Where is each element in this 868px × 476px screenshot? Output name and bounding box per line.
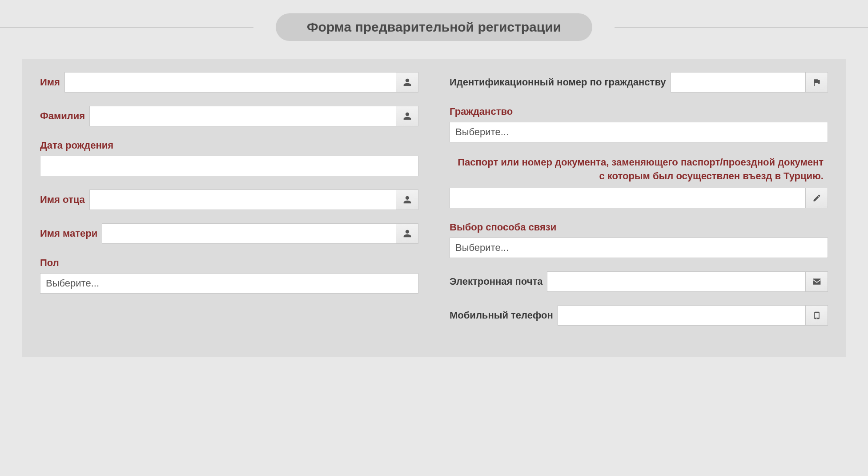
header-line-right — [615, 27, 868, 28]
user-icon — [396, 106, 418, 126]
header-row: Форма предварительной регистрации — [0, 13, 868, 41]
passport-input[interactable] — [450, 188, 806, 208]
gender-select-value: Выберите... — [46, 278, 99, 289]
label-name: Имя — [40, 77, 60, 88]
field-mother: Имя матери — [40, 223, 418, 244]
user-icon — [396, 223, 418, 244]
label-passport: Паспорт или номер документа, заменяющего… — [450, 156, 824, 183]
contact-method-select-value: Выберите... — [455, 242, 509, 254]
header-line-left — [0, 27, 253, 28]
field-passport: Паспорт или номер документа, заменяющего… — [450, 156, 828, 208]
birthdate-input[interactable] — [40, 156, 418, 176]
phone-input[interactable] — [558, 305, 806, 326]
label-father: Имя отца — [40, 194, 85, 206]
label-email: Электронная почта — [450, 276, 542, 287]
field-email: Электронная почта — [450, 271, 828, 292]
field-phone: Мобильный телефон — [450, 305, 828, 326]
label-surname: Фамилия — [40, 110, 85, 122]
form-left-column: Имя Фамилия — [40, 72, 418, 339]
pencil-icon — [806, 188, 828, 208]
citizenship-select-value: Выберите... — [455, 126, 509, 138]
field-gender: Пол Выберите... — [40, 257, 418, 294]
label-contact-method: Выбор способа связи — [450, 222, 824, 233]
field-birthdate: Дата рождения — [40, 140, 418, 176]
field-contact-method: Выбор способа связи Выберите... — [450, 222, 828, 258]
idnumber-input[interactable] — [671, 72, 806, 93]
citizenship-select[interactable]: Выберите... — [450, 122, 828, 142]
form-right-column: Идентификационный номер по гражданству Г… — [450, 72, 828, 339]
form-panel: Имя Фамилия — [22, 59, 846, 357]
field-citizenship: Гражданство Выберите... — [450, 106, 828, 142]
flag-icon — [806, 72, 828, 93]
label-gender: Пол — [40, 257, 414, 269]
label-phone: Мобильный телефон — [450, 310, 553, 321]
father-input[interactable] — [89, 190, 396, 210]
surname-input[interactable] — [89, 106, 396, 126]
label-mother: Имя матери — [40, 228, 97, 239]
mother-input[interactable] — [102, 223, 396, 244]
label-idnumber: Идентификационный номер по гражданству — [450, 77, 666, 88]
email-input[interactable] — [547, 271, 806, 292]
label-birthdate: Дата рождения — [40, 140, 414, 151]
field-name: Имя — [40, 72, 418, 93]
page-title: Форма предварительной регистрации — [276, 13, 592, 41]
mobile-icon — [806, 305, 828, 326]
label-citizenship: Гражданство — [450, 106, 824, 117]
field-father: Имя отца — [40, 190, 418, 210]
name-input[interactable] — [64, 72, 396, 93]
field-idnumber: Идентификационный номер по гражданству — [450, 72, 828, 93]
field-surname: Фамилия — [40, 106, 418, 126]
contact-method-select[interactable]: Выберите... — [450, 238, 828, 258]
user-icon — [396, 190, 418, 210]
envelope-icon — [806, 271, 828, 292]
gender-select[interactable]: Выберите... — [40, 273, 418, 294]
user-icon — [396, 72, 418, 93]
